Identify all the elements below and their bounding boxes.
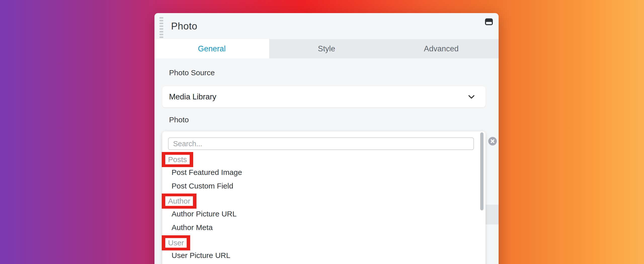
- option-post-custom-field[interactable]: Post Custom Field: [172, 181, 233, 191]
- scrollbar-thumb[interactable]: [480, 132, 484, 210]
- photo-source-label: Photo Source: [169, 68, 215, 77]
- tab-advanced[interactable]: Advanced: [384, 39, 499, 58]
- tab-general[interactable]: General: [154, 39, 269, 58]
- tab-style[interactable]: Style: [269, 39, 384, 58]
- group-label-user: User: [165, 238, 187, 248]
- window-toggle-icon[interactable]: [485, 18, 493, 25]
- annotation-highlight-posts: Posts: [162, 152, 193, 167]
- search-input[interactable]: [168, 137, 474, 150]
- chevron-down-icon: [468, 95, 474, 99]
- photo-source-value: Media Library: [169, 92, 468, 101]
- annotation-highlight-user: User: [162, 235, 190, 250]
- group-label-posts: Posts: [165, 155, 190, 164]
- group-label-author: Author: [165, 196, 193, 206]
- panel-header: Photo: [154, 13, 499, 39]
- clear-selection-button[interactable]: [488, 137, 497, 145]
- annotation-highlight-author: Author: [162, 194, 196, 209]
- panel-title: Photo: [171, 13, 197, 39]
- photo-label: Photo: [169, 116, 189, 124]
- tab-bar: General Style Advanced: [154, 39, 499, 58]
- close-icon: [491, 139, 495, 143]
- section-divider-band: [486, 205, 499, 224]
- photo-select-dropdown: Posts Post Featured Image Post Custom Fi…: [162, 131, 486, 264]
- option-user-picture-url[interactable]: User Picture URL: [172, 251, 230, 260]
- drag-handle-icon[interactable]: [159, 17, 164, 38]
- option-author-meta[interactable]: Author Meta: [172, 223, 213, 232]
- photo-module-settings-panel: Photo General Style Advanced Photo Sourc…: [154, 13, 499, 264]
- photo-source-select[interactable]: Media Library: [162, 86, 486, 107]
- option-author-picture-url[interactable]: Author Picture URL: [172, 209, 236, 218]
- option-post-featured-image[interactable]: Post Featured Image: [172, 168, 242, 177]
